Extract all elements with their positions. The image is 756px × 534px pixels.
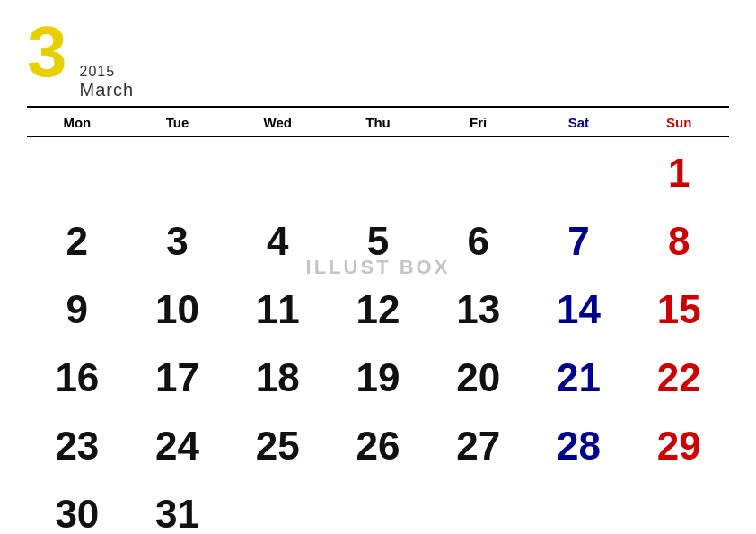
day-header-thu: Thu xyxy=(328,111,428,134)
day-cell-9: 9 xyxy=(27,290,127,329)
day-cell-16: 16 xyxy=(27,358,127,398)
week-row-4: 16171819202122 xyxy=(27,344,729,412)
week-row-3: 9101112131415 xyxy=(27,276,729,344)
day-cell-2: 2 xyxy=(27,222,127,261)
day-header-sat: Sat xyxy=(529,111,629,134)
week-row-1: 1 xyxy=(27,139,729,207)
day-cell-29: 29 xyxy=(629,426,729,466)
day-header-tue: Tue xyxy=(127,111,228,134)
year-label: 2015 xyxy=(80,64,135,80)
month-label: March xyxy=(80,80,135,101)
day-cell-19: 19 xyxy=(328,358,428,398)
day-cell-20: 20 xyxy=(428,358,529,398)
day-header-sun: Sun xyxy=(629,111,729,134)
weeks-container: 1234567891011121314151617181920212223242… xyxy=(27,139,729,535)
calendar-header: 3 2015 March xyxy=(27,16,729,101)
day-cell-13: 13 xyxy=(428,290,529,329)
day-cell-26: 26 xyxy=(328,426,428,466)
day-cell-23: 23 xyxy=(27,426,127,466)
subheader-divider xyxy=(27,136,729,137)
day-cell-1: 1 xyxy=(629,153,729,193)
day-cell-12: 12 xyxy=(328,290,428,329)
day-cell-15: 15 xyxy=(629,290,729,329)
day-cell-3: 3 xyxy=(127,222,228,261)
header-divider xyxy=(27,106,729,108)
day-cell-27: 27 xyxy=(428,426,529,466)
day-header-wed: Wed xyxy=(227,111,328,134)
day-cell-7: 7 xyxy=(529,222,629,261)
month-number: 3 xyxy=(27,16,67,88)
calendar-container: 3 2015 March MonTueWedThuFriSatSun 12345… xyxy=(0,0,756,534)
day-cell-6: 6 xyxy=(428,222,529,261)
week-row-2: 2345678 xyxy=(27,207,729,276)
day-cell-28: 28 xyxy=(529,426,629,466)
header-text: 2015 March xyxy=(80,64,135,101)
day-cell-22: 22 xyxy=(629,358,729,398)
week-row-5: 23242526272829 xyxy=(27,412,729,480)
day-header-fri: Fri xyxy=(428,111,529,134)
day-cell-5: 5 xyxy=(328,222,428,261)
day-cell-31: 31 xyxy=(127,495,228,534)
week-row-6: 3031 xyxy=(27,480,729,535)
day-cell-21: 21 xyxy=(529,358,629,398)
day-cell-4: 4 xyxy=(227,222,328,261)
day-headers-row: MonTueWedThuFriSatSun xyxy=(27,111,729,134)
day-cell-10: 10 xyxy=(127,290,228,329)
day-cell-14: 14 xyxy=(529,290,629,329)
day-cell-17: 17 xyxy=(127,358,228,398)
day-cell-11: 11 xyxy=(227,290,328,329)
day-cell-30: 30 xyxy=(27,495,127,534)
day-cell-18: 18 xyxy=(227,358,328,398)
day-cell-25: 25 xyxy=(227,426,328,466)
day-header-mon: Mon xyxy=(27,111,127,134)
day-cell-8: 8 xyxy=(629,222,729,261)
day-cell-24: 24 xyxy=(127,426,228,466)
